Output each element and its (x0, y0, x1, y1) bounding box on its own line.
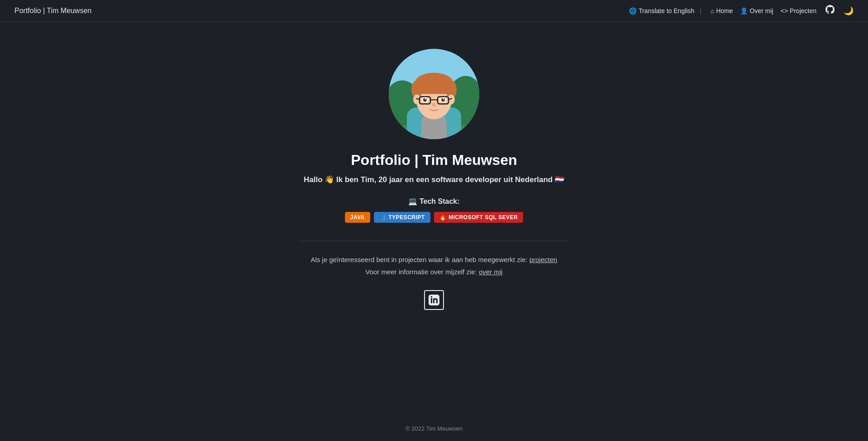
nav-right: 🌐 Translate to English | ⌂ Home 👤 Over m… (629, 5, 854, 16)
info-line1-prefix: Als je geïnteresseerd bent in projecten … (311, 256, 529, 263)
section-divider (298, 241, 570, 241)
badge-mssql: 🔥 MICROSOFT SQL SEVER (434, 212, 524, 223)
code-icon: <> (780, 7, 788, 14)
navbar: Portfolio | Tim Meuwsen 🌐 Translate to E… (0, 0, 868, 22)
linkedin-button[interactable] (424, 290, 444, 310)
mssql-label: MICROSOFT SQL SEVER (448, 214, 518, 220)
svg-rect-6 (421, 121, 447, 139)
dark-mode-toggle[interactable]: 🌙 (844, 6, 854, 16)
globe-icon: 🌐 (629, 7, 637, 14)
badge-typescript: 📘 TYPESCRIPT (374, 212, 430, 223)
translate-button[interactable]: 🌐 Translate to English (629, 7, 694, 14)
home-icon: ⌂ (711, 7, 714, 14)
info-line-2: Voor meer informatie over mijzelf zie: o… (365, 268, 502, 276)
svg-rect-11 (416, 80, 452, 94)
svg-point-24 (443, 99, 444, 100)
over-mij-label: Over mij (750, 7, 773, 14)
projecten-info-link[interactable]: projecten (529, 256, 557, 263)
projecten-label: Projecten (790, 7, 816, 14)
main-content: Portfolio | Tim Meuwsen Hallo 👋 Ik ben T… (0, 22, 868, 364)
home-label: Home (716, 7, 733, 14)
translate-label: Translate to English (639, 7, 694, 14)
site-title: Portfolio | Tim Meuwsen (14, 7, 91, 15)
projecten-link[interactable]: <> Projecten (780, 7, 816, 14)
github-icon[interactable] (826, 5, 835, 16)
person-icon: 👤 (740, 7, 748, 14)
mssql-icon: 🔥 (439, 214, 447, 220)
footer: © 2022 Tim Meuwsen (0, 416, 868, 441)
copyright: © 2022 Tim Meuwsen (406, 425, 462, 432)
home-link[interactable]: ⌂ Home (711, 7, 733, 14)
linkedin-icon (429, 295, 439, 305)
over-mij-link[interactable]: 👤 Over mij (740, 7, 773, 14)
svg-point-25 (432, 103, 436, 107)
info-section: Als je geïnteresseerd bent in projecten … (311, 256, 557, 276)
typescript-icon: 📘 (379, 214, 387, 220)
avatar (389, 49, 479, 139)
tech-stack-label: 💻 Tech Stack: (408, 197, 459, 206)
svg-point-23 (425, 99, 426, 100)
subtitle: Hallo 👋 Ik ben Tim, 20 jaar en een softw… (304, 175, 564, 184)
info-line2-prefix: Voor meer informatie over mijzelf zie: (365, 268, 479, 276)
tech-badges: JAVA 📘 TYPESCRIPT 🔥 MICROSOFT SQL SEVER (345, 212, 524, 223)
java-label: JAVA (350, 214, 365, 220)
info-line-1: Als je geïnteresseerd bent in projecten … (311, 256, 557, 263)
typescript-label: TYPESCRIPT (388, 214, 425, 220)
over-mij-info-link[interactable]: over mij (479, 268, 503, 276)
nav-divider: | (700, 7, 702, 14)
badge-java: JAVA (345, 212, 370, 223)
page-title: Portfolio | Tim Meuwsen (351, 152, 517, 169)
